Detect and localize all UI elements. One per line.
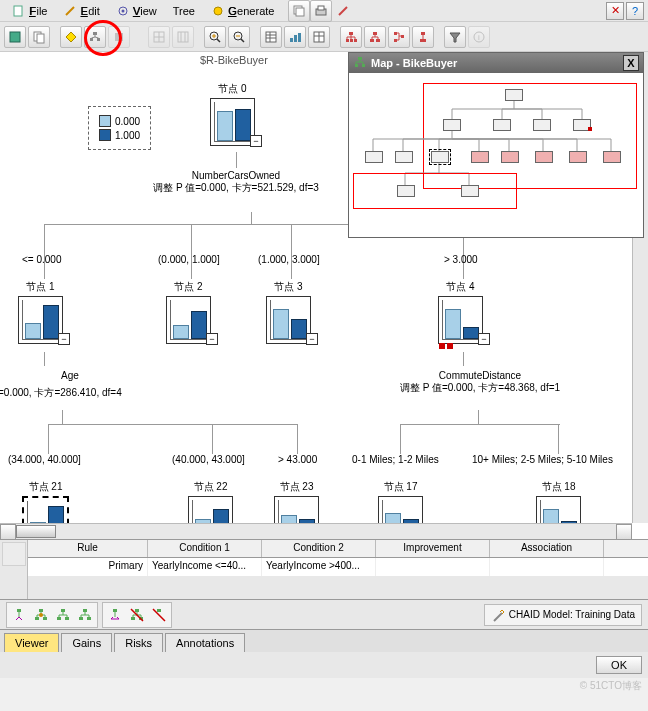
svg-rect-57 [420,39,426,42]
svg-rect-6 [296,8,304,16]
menu-file[interactable]: FFile [4,2,55,20]
svg-rect-35 [290,38,293,42]
scroll-left-icon[interactable] [0,524,16,540]
toolbar: i [0,22,648,52]
menu-generate[interactable]: GGenerate [203,2,282,20]
svg-rect-21 [178,32,188,42]
tb-org4[interactable] [412,26,434,48]
tab-annotations[interactable]: Annotations [165,633,245,652]
col-c2[interactable]: Condition 2 [262,540,376,557]
scrollbar-h[interactable] [0,523,632,539]
tb-dup1[interactable] [288,0,310,22]
svg-rect-14 [97,38,100,41]
col-c1[interactable]: Condition 1 [148,540,262,557]
bt-prune3[interactable] [149,605,169,625]
scroll-thumb[interactable] [16,525,56,538]
menu-file-label: File [30,5,48,17]
rules-row[interactable]: Primary YearlyIncome <=40... YearlyIncom… [28,558,648,576]
menu-edit[interactable]: EEdit [55,2,107,20]
svg-rect-63 [362,64,365,67]
tab-viewer[interactable]: Viewer [4,633,59,652]
collapse-icon[interactable]: − [478,333,490,345]
node-4-title: 节点 4 [438,280,483,294]
tb-zoom-in[interactable] [204,26,226,48]
mini-selection [429,149,451,165]
map-body[interactable] [349,73,643,237]
svg-rect-52 [376,39,380,42]
tb-diamond[interactable] [60,26,82,48]
svg-rect-9 [10,32,20,42]
collapse-icon[interactable]: − [250,135,262,147]
tb-tree-small[interactable] [84,26,106,48]
svg-rect-62 [355,64,358,67]
tb-org3[interactable] [388,26,410,48]
tb-copy[interactable] [28,26,50,48]
node-1[interactable]: 节点 1 − [18,280,63,344]
tb-chart[interactable] [284,26,306,48]
menu-tree[interactable]: Tree [165,3,203,19]
mini-n [569,151,587,163]
collapse-icon[interactable]: − [206,333,218,345]
rules-grid[interactable]: Rule Condition 1 Condition 2 Improvement… [28,540,648,599]
tb-org1[interactable] [340,26,362,48]
ok-button[interactable]: OK [596,656,642,674]
red-marker-1 [439,343,445,349]
tb-print[interactable] [310,0,332,22]
bt-group-2 [102,602,172,628]
scroll-track[interactable] [16,524,616,539]
tb-table1[interactable] [260,26,282,48]
bt-tree-mode1[interactable] [53,605,73,625]
tab-risks[interactable]: Risks [114,633,163,652]
split-age-name: Age [0,370,160,381]
bt-prune1[interactable] [105,605,125,625]
collapse-icon[interactable]: − [306,333,318,345]
map-window[interactable]: Map - BikeBuyer X [348,52,644,238]
col-rule[interactable]: Rule [28,540,148,557]
bt-grow-branch[interactable] [9,605,29,625]
tb-pen[interactable] [332,0,354,22]
tab-gains[interactable]: Gains [61,633,112,652]
split-commute-name: CommuteDistance [370,370,590,381]
svg-rect-43 [350,39,353,42]
tb-table2[interactable] [308,26,330,48]
node-4[interactable]: 节点 4 − [438,280,483,344]
svg-line-25 [217,39,220,42]
svg-rect-82 [157,609,161,612]
bt-group-1 [6,602,98,628]
tb-filter[interactable] [444,26,466,48]
window-help[interactable]: ? [626,2,644,20]
col-assoc[interactable]: Association [490,540,604,557]
tb-zoom-out[interactable] [228,26,250,48]
tree-icon [353,56,367,70]
svg-rect-31 [266,32,276,42]
map-titlebar[interactable]: Map - BikeBuyer X [349,53,643,73]
bt-grow-tree[interactable] [31,605,51,625]
tb-grid2 [172,26,194,48]
node-2[interactable]: 节点 2 − [166,280,211,344]
svg-rect-8 [318,6,324,10]
rules-tree-icon[interactable] [2,542,26,566]
scroll-right-icon[interactable] [616,524,632,540]
tree-line [291,224,292,279]
mini-n [535,151,553,163]
bt-prune2[interactable] [127,605,147,625]
node-3[interactable]: 节点 3 − [266,280,311,344]
node-0[interactable]: 节点 0 − [210,82,255,146]
menu-view[interactable]: VView [108,2,165,20]
bt-tree-mode2[interactable] [75,605,95,625]
tb-save[interactable] [4,26,26,48]
map-close-icon[interactable]: X [623,55,639,71]
cell-assoc [490,558,604,576]
rules-header: Rule Condition 1 Condition 2 Improvement… [28,540,648,558]
rules-side [0,540,28,599]
collapse-icon[interactable]: − [58,333,70,345]
mini-n [501,151,519,163]
wand-icon [491,608,505,622]
col-imp[interactable]: Improvement [376,540,490,557]
cell-c1: YearlyIncome <=40... [148,558,262,576]
svg-rect-53 [394,32,397,35]
tb-org2[interactable] [364,26,386,48]
window-close-x[interactable]: ✕ [606,2,624,20]
tree-canvas[interactable]: $R-BikeBuyer 0.000 1.000 节点 0 − NumberCa… [0,52,648,540]
svg-rect-61 [358,57,362,60]
